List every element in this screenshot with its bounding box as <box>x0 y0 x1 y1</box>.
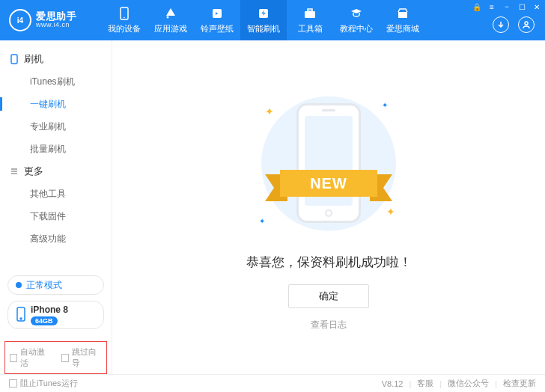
tab-toolbox[interactable]: 工具箱 <box>287 0 333 40</box>
view-log-link[interactable]: 查看日志 <box>311 319 347 331</box>
phone-small-icon <box>9 54 19 64</box>
phone-icon <box>117 6 132 21</box>
brand: i4 爱思助手 www.i4.cn <box>0 9 101 31</box>
mode-indicator[interactable]: 正常模式 <box>7 275 104 295</box>
separator: | <box>495 379 497 388</box>
tab-tutorials[interactable]: 教程中心 <box>333 0 380 40</box>
tab-smart-flash[interactable]: 智能刷机 <box>240 0 287 40</box>
svg-rect-5 <box>305 11 315 18</box>
svg-rect-7 <box>398 12 407 18</box>
svg-point-8 <box>525 22 528 25</box>
minimize-icon[interactable]: － <box>503 3 511 10</box>
svg-point-11 <box>20 318 22 319</box>
tab-ringtones[interactable]: 铃声壁纸 <box>194 0 240 40</box>
brand-url: www.i4.cn <box>36 21 76 29</box>
sidebar-group-more: 更多 <box>0 160 112 183</box>
tab-apps-games[interactable]: 应用游戏 <box>147 0 194 40</box>
star-icon: ✦ <box>259 217 265 225</box>
sidebar-item-oneclick-flash[interactable]: 一键刷机 <box>0 93 112 115</box>
version-label: V8.12 <box>382 379 404 388</box>
checkbox-icon <box>61 354 69 362</box>
apps-icon <box>163 6 178 21</box>
checkbox-icon <box>9 379 17 388</box>
phone-illustration-icon <box>296 103 361 223</box>
tutorial-icon <box>349 6 364 21</box>
sidebar-item-batch-flash[interactable]: 批量刷机 <box>0 138 112 160</box>
tab-label: 爱思商城 <box>386 23 419 34</box>
svg-point-1 <box>124 17 125 19</box>
device-indicator[interactable]: iPhone 8 64GB <box>7 301 104 329</box>
menu-icon[interactable]: ≡ <box>488 3 496 10</box>
toolbox-icon <box>302 6 317 21</box>
separator: | <box>409 379 411 388</box>
tab-label: 智能刷机 <box>247 23 280 34</box>
success-illustration: NEW ✦ ✦ ✦ ✦ <box>250 98 407 240</box>
sidebar-item-other-tools[interactable]: 其他工具 <box>0 183 112 205</box>
tab-label: 我的设备 <box>108 23 141 34</box>
tab-store[interactable]: 爱思商城 <box>380 0 426 40</box>
star-icon: ✦ <box>386 206 395 218</box>
brand-text: 爱思助手 www.i4.cn <box>36 11 76 29</box>
sidebar: 刷机 iTunes刷机 一键刷机 专业刷机 批量刷机 更多 其他工具 下载固件 … <box>0 40 112 374</box>
device-name: iPhone 8 <box>31 304 68 315</box>
wechat-link[interactable]: 微信公众号 <box>448 378 489 389</box>
lock-icon[interactable]: 🔒 <box>473 3 481 10</box>
more-icon <box>9 166 19 177</box>
ok-button[interactable]: 确定 <box>288 284 369 308</box>
download-button[interactable] <box>493 16 509 33</box>
header-right <box>493 7 545 33</box>
sidebar-bottom: 正常模式 iPhone 8 64GB <box>0 268 112 337</box>
tab-label: 铃声壁纸 <box>201 23 234 34</box>
success-headline: 恭喜您，保资料刷机成功啦！ <box>246 254 412 271</box>
main-content: NEW ✦ ✦ ✦ ✦ 恭喜您，保资料刷机成功啦！ 确定 查看日志 <box>112 40 545 374</box>
tab-label: 工具箱 <box>298 23 323 34</box>
brand-logo-icon: i4 <box>9 9 31 31</box>
svg-rect-9 <box>11 55 17 64</box>
check-update-link[interactable]: 检查更新 <box>503 378 536 389</box>
skip-guide-checkbox[interactable]: 跳过向导 <box>61 346 103 369</box>
separator: | <box>439 379 442 388</box>
sidebar-item-advanced[interactable]: 高级功能 <box>0 227 112 250</box>
tab-label: 应用游戏 <box>154 23 187 34</box>
block-itunes-checkbox[interactable]: 阻止iTunes运行 <box>9 378 78 389</box>
store-icon <box>395 6 410 21</box>
sidebar-item-download-firmware[interactable]: 下载固件 <box>0 205 112 227</box>
mode-dot-icon <box>16 282 22 288</box>
status-right: V8.12 | 客服 | 微信公众号 | 检查更新 <box>382 378 536 389</box>
ribbon-text: NEW <box>280 170 377 197</box>
device-storage-badge: 64GB <box>31 316 58 325</box>
checkbox-label: 跳过向导 <box>72 346 102 369</box>
new-ribbon-icon: NEW <box>265 165 392 203</box>
svg-rect-6 <box>308 9 312 11</box>
sidebar-checkbox-row: 自动激活 跳过向导 <box>4 341 107 374</box>
app-header: i4 爱思助手 www.i4.cn 我的设备 应用游戏 铃声壁纸 <box>0 0 545 40</box>
sidebar-group-title: 刷机 <box>24 52 43 66</box>
close-icon[interactable]: ✕ <box>533 3 541 10</box>
maximize-icon[interactable]: ☐ <box>518 3 526 10</box>
sidebar-scroll: 刷机 iTunes刷机 一键刷机 专业刷机 批量刷机 更多 其他工具 下载固件 … <box>0 40 112 268</box>
star-icon: ✦ <box>265 105 274 117</box>
status-bar: 阻止iTunes运行 V8.12 | 客服 | 微信公众号 | 检查更新 <box>0 374 545 392</box>
app-body: 刷机 iTunes刷机 一键刷机 专业刷机 批量刷机 更多 其他工具 下载固件 … <box>0 40 545 374</box>
star-icon: ✦ <box>382 101 388 109</box>
tab-my-devices[interactable]: 我的设备 <box>101 0 147 40</box>
ringtone-icon <box>210 6 225 21</box>
window-controls: 🔒 ≡ － ☐ ✕ <box>473 3 541 10</box>
mode-label: 正常模式 <box>26 279 62 292</box>
brand-name-cn: 爱思助手 <box>36 11 76 21</box>
svg-point-2 <box>167 16 169 19</box>
sidebar-group-title: 更多 <box>24 165 43 178</box>
user-button[interactable] <box>518 16 535 33</box>
support-link[interactable]: 客服 <box>417 378 433 389</box>
checkbox-icon <box>10 354 17 362</box>
auto-activate-checkbox[interactable]: 自动激活 <box>10 346 51 369</box>
header-tabs: 我的设备 应用游戏 铃声壁纸 智能刷机 工具箱 <box>101 0 426 40</box>
device-phone-icon <box>16 307 26 324</box>
flash-icon <box>256 6 271 21</box>
checkbox-label: 阻止iTunes运行 <box>20 378 78 389</box>
sidebar-group-flash: 刷机 <box>0 48 112 70</box>
tab-label: 教程中心 <box>340 23 373 34</box>
sidebar-item-itunes-flash[interactable]: iTunes刷机 <box>0 70 112 93</box>
checkbox-label: 自动激活 <box>20 346 50 369</box>
sidebar-item-pro-flash[interactable]: 专业刷机 <box>0 115 112 138</box>
